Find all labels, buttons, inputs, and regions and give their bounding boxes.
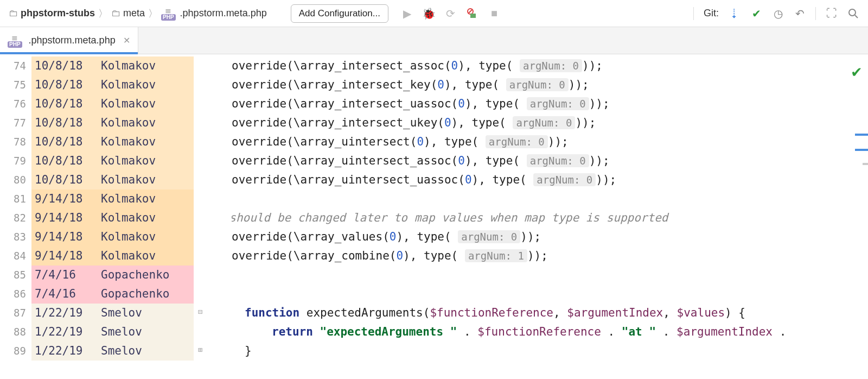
- blame-annotation[interactable]: 10/8/18Kolmakov: [31, 170, 194, 190]
- coverage-icon[interactable]: ⟳: [445, 8, 457, 20]
- code-line: [232, 266, 868, 285]
- parameter-hint: argNum: 1: [465, 249, 527, 262]
- scroll-marker[interactable]: [863, 163, 868, 165]
- line-number[interactable]: 88: [0, 323, 31, 342]
- blame-annotation[interactable]: 9/14/18Kolmakov: [31, 209, 194, 228]
- stop-icon[interactable]: ■: [488, 8, 500, 20]
- code-line: override(\array_uintersect_uassoc(0), ty…: [232, 170, 868, 190]
- scroll-marker[interactable]: [855, 149, 868, 151]
- code-line: return "expectedArguments " . $functionR…: [232, 323, 868, 342]
- line-number[interactable]: 83: [0, 228, 31, 247]
- blame-annotation[interactable]: 1/22/19Smelov: [31, 304, 194, 323]
- blame-annotation[interactable]: 10/8/18Kolmakov: [31, 94, 194, 113]
- parameter-hint: argNum: 0: [527, 154, 589, 167]
- breadcrumb-file[interactable]: .phpstorm.meta.php: [180, 8, 267, 19]
- line-number[interactable]: 80: [0, 170, 31, 190]
- presentation-icon[interactable]: ⛶: [826, 8, 838, 20]
- folder-icon: 🗀: [111, 8, 121, 19]
- blame-annotation[interactable]: 10/8/18Kolmakov: [31, 56, 194, 75]
- blame-annotation[interactable]: 9/14/18Kolmakov: [31, 190, 194, 209]
- blame-annotation[interactable]: 1/22/19Smelov: [31, 323, 194, 342]
- parameter-hint: argNum: 0: [527, 97, 589, 110]
- php-file-icon: ≣PHP: [8, 34, 22, 48]
- gutter: 7410/8/18Kolmakov 7510/8/18Kolmakov 7610…: [0, 54, 194, 379]
- line-number[interactable]: 86: [0, 285, 31, 304]
- divider: [693, 7, 694, 20]
- code-line: [232, 190, 868, 209]
- chevron-right-icon: 〉: [98, 7, 108, 20]
- close-icon[interactable]: ✕: [123, 35, 130, 46]
- blame-annotation[interactable]: 10/8/18Kolmakov: [31, 75, 194, 94]
- git-update-icon[interactable]: ⭭: [729, 8, 741, 20]
- profiler-icon[interactable]: [467, 8, 478, 20]
- parameter-hint: argNum: 0: [458, 230, 520, 243]
- line-number[interactable]: 85: [0, 266, 31, 285]
- blame-annotation[interactable]: 7/4/16Gopachenko: [31, 285, 194, 304]
- git-label: Git:: [704, 8, 719, 19]
- code-line: override(\array_uintersect(0), type( arg…: [232, 132, 868, 151]
- tab-phpstorm-meta[interactable]: ≣PHP .phpstorm.meta.php ✕: [0, 27, 138, 54]
- blame-annotation[interactable]: 7/4/16Gopachenko: [31, 266, 194, 285]
- blame-annotation[interactable]: 9/14/18Kolmakov: [31, 247, 194, 266]
- code-line: override(\array_combine(0), type( argNum…: [232, 247, 868, 266]
- editor-tabs: ≣PHP .phpstorm.meta.php ✕: [0, 27, 868, 54]
- line-number[interactable]: 75: [0, 75, 31, 94]
- code-line: override(\array_intersect_uassoc(0), typ…: [232, 94, 868, 113]
- parameter-hint: argNum: 0: [506, 78, 569, 91]
- svg-rect-2: [470, 14, 476, 18]
- code-line: override(\array_values(0), type( argNum:…: [232, 228, 868, 247]
- line-number[interactable]: 76: [0, 94, 31, 113]
- parameter-hint: argNum: 0: [520, 59, 582, 72]
- code-area[interactable]: override(\array_intersect_assoc(0), type…: [232, 54, 868, 379]
- line-number[interactable]: 87: [0, 304, 31, 323]
- breadcrumb-mid[interactable]: meta: [123, 8, 145, 19]
- blame-annotation[interactable]: 9/14/18Kolmakov: [31, 228, 194, 247]
- fold-collapse-icon[interactable]: ⊟: [196, 307, 205, 316]
- add-configuration-button[interactable]: Add Configuration...: [291, 4, 388, 23]
- line-number[interactable]: 84: [0, 247, 31, 266]
- blame-annotation[interactable]: 1/22/19Smelov: [31, 342, 194, 361]
- code-line: function expectedArguments($functionRefe…: [232, 304, 868, 323]
- fold-gutter: ⊟ ⊞: [194, 54, 232, 379]
- code-line: override(\array_intersect_assoc(0), type…: [232, 56, 868, 75]
- parameter-hint: argNum: 0: [533, 173, 596, 186]
- debug-icon[interactable]: 🐞: [423, 8, 435, 20]
- svg-line-1: [468, 9, 473, 14]
- chevron-right-icon: 〉: [148, 7, 158, 20]
- line-number[interactable]: 79: [0, 151, 31, 170]
- breadcrumb-root[interactable]: phpstorm-stubs: [21, 8, 95, 19]
- fold-expand-icon[interactable]: ⊞: [196, 345, 205, 354]
- line-number[interactable]: 78: [0, 132, 31, 151]
- blame-annotation[interactable]: 10/8/18Kolmakov: [31, 132, 194, 151]
- scroll-marker[interactable]: [855, 134, 868, 136]
- git-revert-icon[interactable]: ↶: [794, 8, 806, 20]
- git-commit-icon[interactable]: ✔: [750, 8, 762, 20]
- code-line: [232, 285, 868, 304]
- line-number[interactable]: 74: [0, 56, 31, 75]
- code-line: override(\array_intersect_ukey(0), type(…: [232, 113, 868, 132]
- divider: [815, 7, 816, 20]
- parameter-hint: argNum: 0: [513, 116, 575, 129]
- line-number[interactable]: 89: [0, 342, 31, 361]
- code-line: //should be changed later to map values …: [232, 209, 868, 228]
- blame-annotation[interactable]: 10/8/18Kolmakov: [31, 151, 194, 170]
- blame-annotation[interactable]: 10/8/18Kolmakov: [31, 113, 194, 132]
- php-file-icon: ≣PHP: [161, 7, 176, 21]
- line-number[interactable]: 81: [0, 190, 31, 209]
- code-line: override(\array_uintersect_assoc(0), typ…: [232, 151, 868, 170]
- svg-line-4: [855, 15, 858, 18]
- line-number[interactable]: 77: [0, 113, 31, 132]
- editor: 7410/8/18Kolmakov 7510/8/18Kolmakov 7610…: [0, 54, 868, 379]
- inspection-rail: ✔: [846, 54, 868, 379]
- line-number[interactable]: 82: [0, 209, 31, 228]
- search-icon[interactable]: [847, 8, 859, 20]
- run-icon[interactable]: ▶: [401, 8, 413, 20]
- tab-name: .phpstorm.meta.php: [29, 35, 116, 46]
- git-history-icon[interactable]: ◷: [772, 8, 784, 20]
- toolbar: 🗀 phpstorm-stubs 〉 🗀 meta 〉 ≣PHP .phpsto…: [0, 0, 868, 27]
- run-controls: ▶ 🐞 ⟳ ■: [401, 8, 500, 20]
- parameter-hint: argNum: 0: [486, 135, 548, 148]
- code-line: override(\array_intersect_key(0), type( …: [232, 75, 868, 94]
- inspection-ok-icon[interactable]: ✔: [851, 64, 863, 81]
- breadcrumb[interactable]: 🗀 phpstorm-stubs 〉 🗀 meta 〉 ≣PHP .phpsto…: [9, 7, 267, 21]
